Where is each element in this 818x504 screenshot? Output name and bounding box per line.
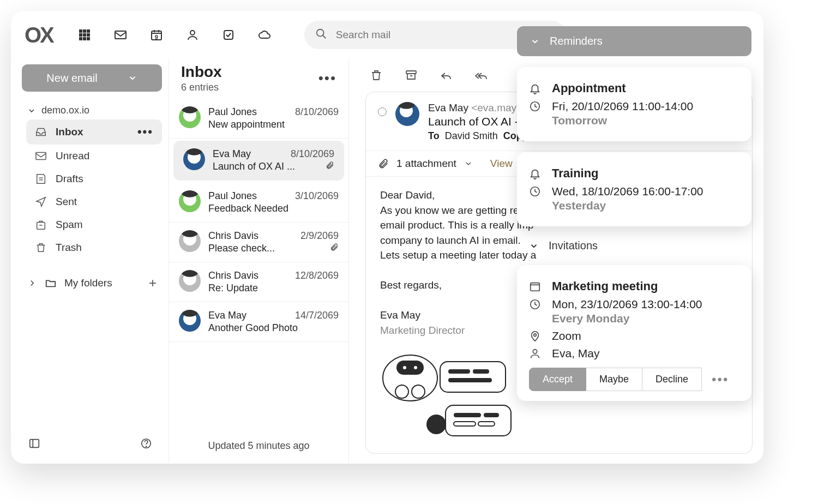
list-header: Inbox 6 entries ••• bbox=[169, 61, 348, 99]
avatar bbox=[179, 230, 201, 252]
select-toggle[interactable] bbox=[378, 107, 387, 116]
attachment-label: 1 attachment bbox=[396, 158, 456, 170]
clock-icon bbox=[529, 185, 541, 197]
invitations-header[interactable]: Invitations bbox=[517, 237, 751, 254]
date: 12/8/2069 bbox=[295, 270, 339, 281]
chevron-down-icon bbox=[530, 37, 540, 46]
subject: Please check... bbox=[208, 243, 275, 254]
folder-sent[interactable]: Sent bbox=[26, 190, 162, 213]
top-nav: 9 bbox=[77, 28, 272, 42]
apps-icon[interactable] bbox=[77, 28, 92, 42]
folder-label: Inbox bbox=[56, 126, 83, 138]
cloud-icon[interactable] bbox=[257, 28, 272, 42]
svg-point-50 bbox=[533, 350, 537, 353]
svg-rect-23 bbox=[30, 440, 39, 448]
help-icon[interactable] bbox=[140, 437, 152, 449]
attachment-icon bbox=[330, 243, 339, 251]
svg-rect-30 bbox=[396, 361, 424, 375]
list-more-icon[interactable]: ••• bbox=[318, 63, 336, 87]
subject: Another Good Photo bbox=[208, 322, 298, 334]
list-item[interactable]: Chris Davis2/9/2069 Please check... bbox=[169, 223, 348, 262]
account-toggle[interactable]: demo.ox.io bbox=[22, 101, 162, 119]
list-item[interactable]: Eva May8/10/2069 Launch of OX AI ... bbox=[173, 141, 344, 181]
chevron-down-icon[interactable] bbox=[464, 159, 473, 168]
accept-button[interactable]: Accept bbox=[529, 368, 586, 391]
avatar bbox=[183, 148, 205, 170]
delete-icon[interactable] bbox=[370, 69, 383, 82]
svg-rect-2 bbox=[87, 30, 89, 32]
maybe-button[interactable]: Maybe bbox=[586, 368, 642, 391]
chevron-down-icon bbox=[27, 106, 36, 115]
reminders-header[interactable]: Reminders bbox=[517, 26, 751, 56]
list-item[interactable]: Chris Davis12/8/2069 Re: Update bbox=[169, 262, 348, 302]
svg-rect-36 bbox=[448, 369, 470, 374]
message-list: Inbox 6 entries ••• Paul Jones8/10/2069 … bbox=[169, 59, 349, 463]
folder-drafts[interactable]: Drafts bbox=[26, 167, 162, 190]
svg-rect-43 bbox=[478, 422, 495, 426]
reminder-card[interactable]: Appointment Fri, 20/10/2069 11:00-14:00 … bbox=[517, 67, 751, 141]
date: 8/10/2069 bbox=[295, 106, 339, 118]
reminder-card[interactable]: Training Wed, 18/10/2069 16:00-17:00 Yes… bbox=[517, 152, 751, 226]
reminder-date: Fri, 20/10/2069 11:00-14:00 bbox=[552, 100, 693, 113]
date: 14/7/2069 bbox=[295, 310, 339, 321]
svg-point-49 bbox=[534, 334, 537, 337]
reminder-title: Training bbox=[552, 166, 599, 181]
app-window: OX 9 New email demo.ox.io bbox=[11, 11, 763, 464]
folder-spam[interactable]: Spam bbox=[26, 213, 162, 236]
invitation-location: Zoom bbox=[552, 329, 581, 343]
tasks-icon[interactable] bbox=[221, 28, 236, 42]
account-label: demo.ox.io bbox=[41, 105, 89, 116]
decline-button[interactable]: Decline bbox=[642, 368, 702, 391]
date: 2/9/2069 bbox=[300, 230, 339, 242]
subject: Launch of OX AI ... bbox=[213, 161, 295, 172]
folder-more-icon[interactable]: ••• bbox=[137, 125, 153, 139]
svg-rect-21 bbox=[37, 222, 45, 229]
to-label: To bbox=[428, 130, 440, 141]
svg-rect-15 bbox=[224, 31, 233, 39]
reply-all-icon[interactable] bbox=[474, 69, 488, 82]
clock-icon bbox=[529, 100, 541, 112]
my-folders-toggle[interactable]: My folders + bbox=[22, 270, 162, 296]
svg-rect-38 bbox=[448, 378, 492, 382]
from: Chris Davis bbox=[208, 230, 258, 242]
list-item[interactable]: Paul Jones3/10/2069 Feedback Needed bbox=[169, 183, 348, 223]
list-subtitle: 6 entries bbox=[181, 82, 222, 93]
archive-icon[interactable] bbox=[405, 69, 418, 82]
reminder-relative: Yesterday bbox=[552, 199, 606, 212]
avatar bbox=[179, 106, 201, 128]
location-icon bbox=[529, 330, 541, 342]
right-panel: Reminders Appointment Fri, 20/10/2069 11… bbox=[517, 26, 751, 401]
new-email-button[interactable]: New email bbox=[22, 64, 162, 92]
folder-inbox[interactable]: Inbox ••• bbox=[26, 119, 162, 145]
calendar-icon[interactable]: 9 bbox=[149, 28, 164, 42]
add-folder-button[interactable]: + bbox=[149, 275, 157, 291]
folder-label: Sent bbox=[56, 196, 77, 208]
reply-icon[interactable] bbox=[440, 69, 453, 82]
list-item[interactable]: Paul Jones8/10/2069 New appointment bbox=[169, 99, 348, 139]
folder-label: Trash bbox=[56, 242, 82, 254]
svg-line-17 bbox=[323, 35, 326, 39]
subject: New appointment bbox=[208, 119, 285, 130]
avatar bbox=[179, 270, 201, 292]
svg-rect-46 bbox=[531, 283, 540, 291]
view-link[interactable]: View bbox=[490, 158, 513, 170]
folder-label: Spam bbox=[56, 219, 83, 231]
svg-rect-35 bbox=[440, 362, 506, 392]
svg-point-26 bbox=[146, 446, 146, 447]
panel-toggle-icon[interactable] bbox=[28, 437, 40, 449]
svg-point-16 bbox=[317, 29, 324, 37]
svg-rect-6 bbox=[80, 38, 82, 40]
list-item[interactable]: Eva May14/7/2069 Another Good Photo bbox=[169, 302, 348, 342]
folder-trash[interactable]: Trash bbox=[26, 236, 162, 259]
search-icon bbox=[315, 28, 327, 42]
invitation-more-icon[interactable]: ••• bbox=[712, 372, 729, 387]
from: Paul Jones bbox=[208, 106, 257, 118]
contacts-icon[interactable] bbox=[185, 28, 200, 42]
reminder-relative: Tomorrow bbox=[552, 114, 607, 127]
avatar bbox=[179, 310, 201, 332]
mail-icon[interactable] bbox=[113, 28, 128, 42]
spam-icon bbox=[35, 219, 47, 231]
svg-point-14 bbox=[190, 31, 195, 35]
folder-unread[interactable]: Unread bbox=[26, 145, 162, 167]
bell-icon bbox=[529, 82, 541, 94]
